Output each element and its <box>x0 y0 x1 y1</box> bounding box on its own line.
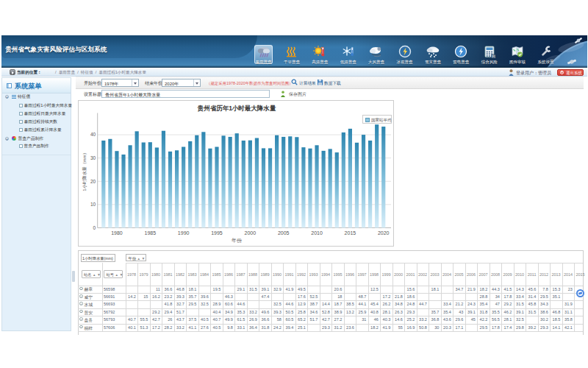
svg-text:10: 10 <box>90 202 96 207</box>
svg-text:1990: 1990 <box>178 230 190 236</box>
svg-text:2015: 2015 <box>345 230 356 236</box>
svg-text:1980: 1980 <box>111 230 123 236</box>
svg-text:1995: 1995 <box>211 230 223 236</box>
svg-text:0: 0 <box>93 225 96 230</box>
svg-text:利: 利 <box>492 54 495 58</box>
svg-text:1985: 1985 <box>145 230 157 236</box>
svg-text:40: 40 <box>90 132 96 137</box>
svg-text:2000: 2000 <box>245 230 257 236</box>
svg-text:2005: 2005 <box>278 230 290 236</box>
svg-text:2010: 2010 <box>311 230 323 236</box>
svg-text:30: 30 <box>90 155 96 160</box>
svg-text:2020: 2020 <box>378 230 390 236</box>
svg-text:20: 20 <box>90 179 96 184</box>
